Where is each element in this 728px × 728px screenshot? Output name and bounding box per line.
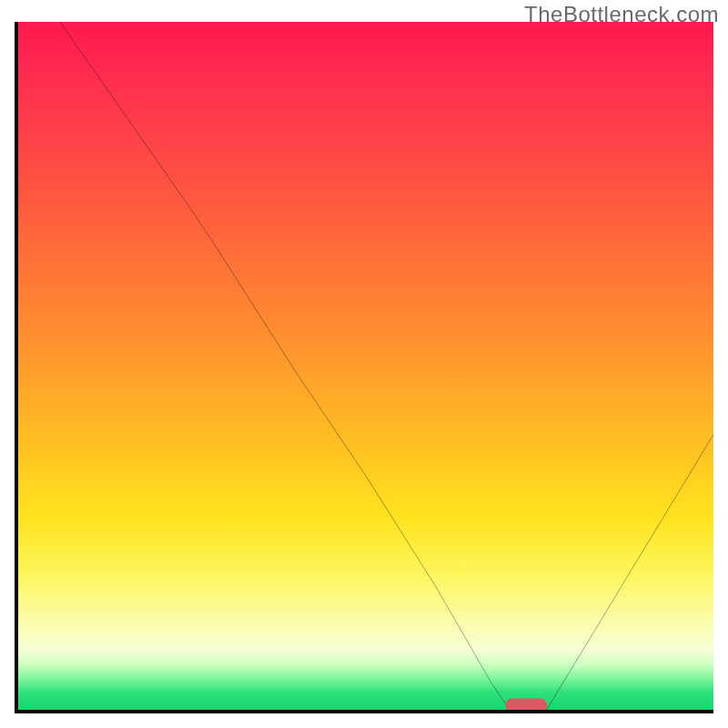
bottleneck-curve bbox=[18, 22, 713, 710]
curve-path bbox=[60, 22, 713, 710]
min-marker bbox=[505, 698, 547, 712]
bottleneck-chart: TheBottleneck.com bbox=[0, 0, 728, 728]
plot-area bbox=[15, 22, 713, 713]
watermark-text: TheBottleneck.com bbox=[524, 2, 719, 27]
